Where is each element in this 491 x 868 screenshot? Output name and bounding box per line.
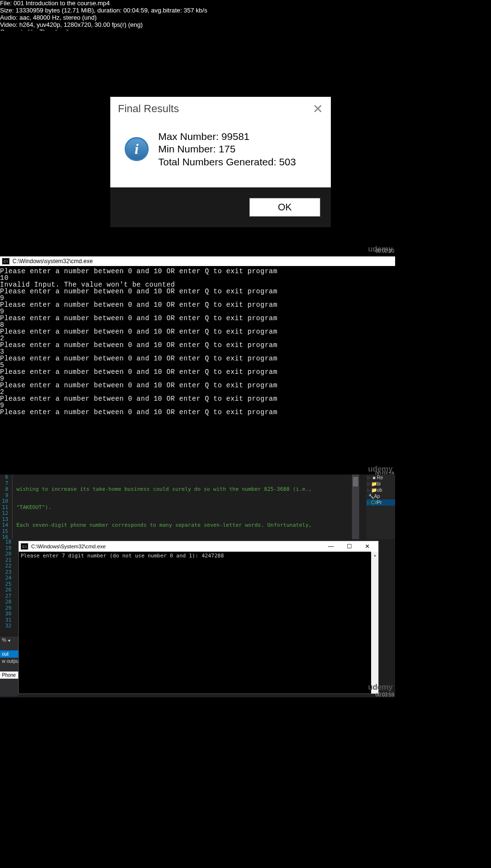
output-tab[interactable]: out — [0, 650, 18, 658]
cmd-line: Please enter a number between 0 and 10 O… — [0, 268, 395, 275]
cmd-output-1[interactable]: Please enter a number between 0 and 10 O… — [0, 266, 395, 467]
line-numbers: 6 7 8 9 10 11 12 13 14 15 16 17 — [0, 475, 12, 539]
line-numbers-lower: 18 19 20 21 22 23 24 25 26 27 28 29 30 3… — [0, 539, 14, 629]
code-content: wishing to increase its take-home busine… — [12, 475, 324, 539]
tree-item[interactable]: ▷■Re — [366, 475, 395, 481]
empty-region — [0, 697, 395, 868]
cmd-line: 8 — [0, 322, 395, 328]
cmd-line: Please enter a number between 0 and 10 O… — [0, 409, 395, 416]
cmd-line: 10 — [0, 275, 395, 281]
cmd-title-2: C:\Windows\System32\cmd.exe — [31, 544, 105, 549]
close-icon[interactable]: ✕ — [313, 102, 323, 116]
dialog-body: i Max Number: 99581 Min Number: 175 Tota… — [110, 121, 331, 187]
zoom-tab[interactable]: % ◂ — [0, 637, 18, 644]
show-output-label: w outpu — [0, 658, 18, 665]
cmd-line: 9 — [0, 402, 395, 409]
cmd-line: 9 — [0, 295, 395, 301]
scrollbar-thumb[interactable] — [353, 477, 358, 486]
cmd-line: 2 — [0, 389, 395, 395]
cmd-line: 9 — [0, 375, 395, 382]
cmd-line: Please enter a number between 0 and 10 O… — [0, 342, 395, 348]
dialog-message: Max Number: 99581 Min Number: 175 Total … — [158, 130, 296, 168]
cmd-titlebar-1: C:\ C:\Windows\system32\cmd.exe — [0, 256, 395, 266]
cmd-line: 5 — [0, 362, 395, 369]
final-results-dialog: Final Results ✕ i Max Number: 99581 Min … — [110, 97, 331, 227]
bottom-panel-tabs: % ◂ out w outpu Phone — [0, 637, 18, 696]
size-line: Size: 13330959 bytes (12.71 MiB), durati… — [0, 7, 491, 14]
cmd-line: 9 — [0, 308, 395, 315]
cmd-line: 2 — [0, 335, 395, 342]
total-numbers-line: Total Numbers Generated: 503 — [158, 156, 296, 168]
cmd-line: Invalid Input. The value won't be counte… — [0, 281, 395, 288]
tree-item-selected[interactable]: ▷C#Pr — [366, 499, 395, 506]
solution-explorer[interactable]: ▷■Re ▷📁bi ▷📁ob 🔧Ap ▷C#Pr — [366, 475, 395, 539]
thumbnail-3: 6 7 8 9 10 11 12 13 14 15 16 17 wishing … — [0, 475, 395, 697]
dialog-title: Final Results — [118, 103, 179, 115]
cmd-line: Please enter a number between 0 and 10 O… — [0, 355, 395, 362]
cmd-line: Please enter a number between 0 and 10 O… — [0, 395, 395, 402]
tree-item[interactable]: ▷📁ob — [366, 487, 395, 493]
cmd-output-2[interactable]: Please enter 7 digit number (do not use … — [19, 552, 378, 560]
phone-tab[interactable]: Phone — [0, 671, 18, 679]
code-editor[interactable]: 6 7 8 9 10 11 12 13 14 15 16 17 wishing … — [0, 475, 395, 539]
dialog-footer: OK — [110, 187, 331, 227]
cmd-line: Please enter a number between 0 and 10 O… — [0, 369, 395, 375]
cmd-line: Please enter a number between 0 and 10 O… — [0, 328, 395, 335]
info-icon: i — [125, 137, 149, 161]
close-icon[interactable]: ✕ — [358, 542, 376, 551]
minimize-icon[interactable]: — — [322, 542, 340, 551]
file-line: File: 001 Introduction to the course.mp4 — [0, 0, 491, 7]
timestamp-1: 00:02:00 — [375, 248, 394, 254]
cmd-line: Please enter a number between 0 and 10 O… — [0, 288, 395, 295]
cmd-prompt-line: Please enter 7 digit number (do not use … — [21, 553, 376, 559]
cmd-line: Please enter a number between 0 and 10 O… — [0, 315, 395, 322]
watermark: udemy — [368, 683, 393, 692]
timestamp-3: 00:03:59 — [375, 692, 394, 697]
dialog-titlebar: Final Results ✕ — [110, 97, 331, 121]
thumbnail-2: C:\ C:\Windows\system32\cmd.exe Please e… — [0, 256, 395, 467]
scroll-up-icon[interactable]: ▴ — [371, 552, 378, 559]
cmd-line: Please enter a number between 0 and 10 O… — [0, 382, 395, 389]
tree-item[interactable]: 🔧Ap — [366, 493, 395, 499]
cmd-icon: C:\ — [21, 543, 28, 550]
cmd-titlebar-2[interactable]: C:\ C:\Windows\System32\cmd.exe — ☐ ✕ — [19, 541, 378, 552]
inner-cmd-window: C:\ C:\Windows\System32\cmd.exe — ☐ ✕ Pl… — [18, 541, 379, 694]
min-number-line: Min Number: 175 — [158, 143, 296, 155]
maximize-icon[interactable]: ☐ — [340, 542, 358, 551]
vertical-scrollbar[interactable] — [352, 475, 359, 539]
max-number-line: Max Number: 99581 — [158, 130, 296, 143]
video-line: Video: h264, yuv420p, 1280x720, 30.00 fp… — [0, 22, 491, 29]
cmd-icon: C:\ — [2, 258, 10, 265]
cmd-line: 3 — [0, 348, 395, 355]
inner-scrollbar[interactable]: ▴ — [371, 552, 378, 694]
cmd-line: Please enter a number between 0 and 10 O… — [0, 301, 395, 308]
ok-button[interactable]: OK — [249, 198, 320, 217]
audio-line: Audio: aac, 48000 Hz, stereo (und) — [0, 14, 491, 22]
cmd-title-1: C:\Windows\system32\cmd.exe — [12, 258, 93, 265]
tree-item[interactable]: ▷📁bi — [366, 481, 395, 487]
window-controls: — ☐ ✕ — [322, 542, 376, 551]
